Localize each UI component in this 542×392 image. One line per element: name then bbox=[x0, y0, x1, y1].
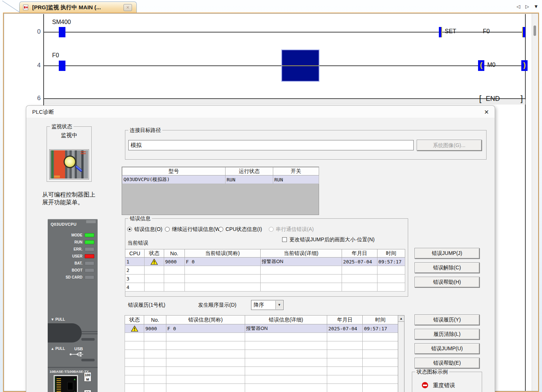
set-operand-label: F0 bbox=[483, 28, 490, 35]
hint-text-line1: 从可编程控制器图上 bbox=[42, 191, 95, 198]
monitor-status-group-label: 监视状态 bbox=[50, 123, 74, 130]
ethernet-jack-graphic: ▲ ▲ bbox=[54, 375, 78, 392]
switch-cell: RUN bbox=[273, 175, 319, 184]
legend-group-label: 状态图标示例 bbox=[415, 369, 449, 375]
history-row[interactable] bbox=[125, 367, 398, 375]
cpu-cell: 1 bbox=[125, 258, 145, 266]
col-header-no: No. bbox=[144, 316, 166, 324]
history-clear-button[interactable]: 履历清除(L) bbox=[414, 329, 480, 340]
led-label-run: RUN bbox=[48, 240, 82, 244]
user-led bbox=[85, 254, 94, 258]
connection-path-field[interactable]: 模拟 bbox=[128, 140, 414, 150]
model-table-header: 开关 bbox=[273, 167, 319, 175]
model-table-row[interactable]: Q03UDVCPU(模拟器) RUN RUN bbox=[122, 175, 319, 184]
error-name-cell: F 0 bbox=[184, 258, 260, 266]
radio-continue-error[interactable] bbox=[165, 227, 170, 232]
boot-led bbox=[85, 268, 94, 272]
current-error-label: 当前错误 bbox=[128, 240, 148, 246]
bat-led bbox=[85, 261, 94, 265]
history-row[interactable] bbox=[125, 384, 398, 392]
model-table-header: 运行状态 bbox=[226, 167, 273, 175]
set-instruction-right-bracket bbox=[522, 27, 525, 37]
tab-scroll-right-icon[interactable]: ▷ bbox=[524, 4, 531, 9]
radio-serial-error[interactable] bbox=[269, 227, 274, 232]
history-scrollbar[interactable]: ▲ bbox=[398, 315, 404, 392]
history-row[interactable] bbox=[125, 375, 398, 384]
tab-list-dropdown-icon[interactable]: ▼ bbox=[532, 4, 540, 9]
status-icon-legend-group: 状态图标示例 重度错误 bbox=[412, 372, 482, 392]
app-screen: [PRG]监视 执行中 MAIN (... ✕ ◁ ▷ ▼ 0 SM400 SE… bbox=[0, 0, 542, 392]
dialog-title: PLC诊断 bbox=[32, 109, 54, 116]
sd-badge: SD bbox=[84, 390, 91, 392]
error-jump-button[interactable]: 错误JUMP(J) bbox=[414, 248, 480, 259]
col-header-status: 状态 bbox=[125, 316, 144, 324]
coil-open-bracket[interactable]: ( bbox=[478, 60, 484, 71]
order-combo[interactable]: 降序 ▼ bbox=[251, 300, 284, 310]
coil-operand-label: M0 bbox=[487, 62, 495, 68]
history-error-help-button[interactable]: 错误帮助(E) bbox=[414, 358, 480, 368]
run-status-cell: RUN bbox=[226, 175, 273, 184]
module-notch bbox=[86, 220, 96, 223]
model-table: 型号 运行状态 开关 Q03UDVCPU(模拟器) RUN RUN bbox=[122, 167, 319, 184]
severe-error-label: 重度错误 bbox=[433, 382, 455, 389]
tab-scroll-left-icon[interactable]: ◁ bbox=[515, 4, 522, 9]
current-error-row[interactable]: 3 bbox=[125, 275, 405, 283]
history-row[interactable] bbox=[125, 341, 398, 350]
ladder-vertical-scrollbar[interactable] bbox=[532, 14, 537, 391]
end-instruction-label: END bbox=[486, 95, 500, 103]
history-row[interactable]: 9000 F 0 报警器ON 2025-07-04 09:57:17 bbox=[125, 324, 398, 333]
model-cell: Q03UDVCPU(模拟器) bbox=[122, 175, 226, 184]
col-header-cpu: CPU bbox=[125, 249, 145, 258]
monitor-status-group: 监视状态 监视中 bbox=[47, 126, 92, 182]
cpu-cell: 2 bbox=[125, 266, 145, 275]
contact-sm400[interactable] bbox=[59, 27, 65, 37]
error-date-cell: 2025-07-04 bbox=[327, 324, 363, 333]
status-cell bbox=[125, 324, 144, 333]
radio-error-info-label: 错误信息(O) bbox=[134, 226, 162, 233]
contact-label: SM400 bbox=[52, 19, 71, 25]
resize-jump-checkbox[interactable] bbox=[282, 237, 287, 242]
cpu-module-graphic[interactable]: Q03UDVCPU MODE RUN ERR. USER BAT. BOOT S… bbox=[48, 219, 98, 392]
tab-close-button[interactable]: ✕ bbox=[123, 4, 132, 11]
speed-badge: 100M bbox=[84, 372, 91, 382]
combo-dropdown-icon[interactable]: ▼ bbox=[275, 301, 283, 309]
history-row[interactable] bbox=[125, 358, 398, 367]
ladder-program-icon bbox=[23, 4, 29, 10]
error-clear-button[interactable]: 错误解除(C) bbox=[414, 262, 480, 273]
usb-label: USB bbox=[74, 347, 83, 351]
current-error-row[interactable]: 1 9000 F 0 报警器ON 2025-07-04 09:57:17 bbox=[125, 258, 405, 266]
rung-number: 6 bbox=[21, 95, 41, 102]
error-detail-cell: 报警器ON bbox=[260, 258, 342, 266]
contact-f0[interactable] bbox=[59, 61, 65, 71]
dialog-titlebar[interactable]: PLC诊断 ✕ bbox=[26, 106, 495, 118]
system-image-button[interactable]: 系统图像(G)... bbox=[417, 140, 482, 151]
error-info-group: 错误信息 错误信息(O) 继续运行错误信息(W) CPU状态信息(I) 串行通信… bbox=[125, 218, 408, 297]
tab-prg-monitor-main[interactable]: [PRG]监视 执行中 MAIN (... ✕ bbox=[19, 1, 137, 13]
scrollbar-thumb[interactable] bbox=[533, 25, 536, 36]
hint-text-line2: 展开功能菜单。 bbox=[42, 198, 84, 206]
monitoring-status-text: 监视中 bbox=[47, 132, 91, 139]
cpu-module-name: Q03UDVCPU bbox=[51, 222, 77, 226]
col-header-error-detail: 当前错误(详细) bbox=[260, 249, 342, 258]
module-dash-decoration bbox=[81, 338, 95, 341]
set-instruction-left-bracket[interactable] bbox=[439, 27, 442, 37]
dialog-close-icon[interactable]: ✕ bbox=[482, 108, 491, 117]
radio-continue-error-label: 继续运行错误信息(W) bbox=[172, 226, 222, 233]
error-time-cell: 09:57:17 bbox=[377, 258, 405, 266]
radio-error-info[interactable] bbox=[127, 227, 132, 232]
cpu-cell: 4 bbox=[125, 283, 145, 292]
connection-path-group-label: 连接目标路径 bbox=[128, 127, 162, 134]
history-row[interactable] bbox=[125, 350, 398, 358]
radio-cpu-status[interactable] bbox=[219, 227, 223, 232]
history-row[interactable] bbox=[125, 333, 398, 341]
current-error-row[interactable]: 4 bbox=[125, 283, 405, 292]
scroll-up-icon[interactable]: ▲ bbox=[398, 316, 404, 322]
history-error-jump-button[interactable]: 错误JUMP(U) bbox=[414, 343, 480, 354]
current-error-row[interactable]: 2 bbox=[125, 266, 405, 275]
error-history-button[interactable]: 错误履历(Y) bbox=[414, 314, 480, 325]
error-help-button[interactable]: 错误帮助(H) bbox=[414, 277, 480, 287]
radio-cpu-status-label: CPU状态信息(I) bbox=[226, 226, 262, 233]
tab-title: [PRG]监视 执行中 MAIN (... bbox=[32, 4, 101, 11]
module-slot-cover bbox=[48, 323, 82, 342]
order-combo-value: 降序 bbox=[254, 302, 264, 309]
